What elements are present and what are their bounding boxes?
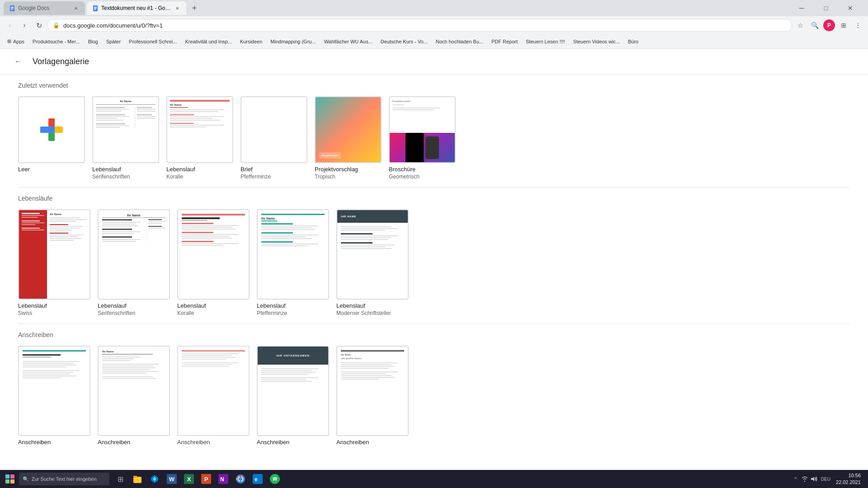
template-item-cv-swiss[interactable]: Ihr Name [18,209,90,316]
tab-textdokument[interactable]: Textdokument neu #1 - Google ... ✕ [87,1,186,15]
template-thumb-projektvorschlag: Projektname [315,96,382,163]
new-tab-button[interactable]: + [188,2,201,14]
forward-nav-button[interactable]: › [18,19,31,32]
template-thumb-cv-coral2 [177,209,250,300]
template-name-broschure: Broschüre [389,166,456,173]
template-item-lebenslauf-coral[interactable]: Ihr Name [166,96,233,180]
bookmark-star-button[interactable]: ☆ [794,19,807,32]
taskbar-app-spotify[interactable] [267,471,283,472]
template-name-anschreiben-3: Anschreiben [177,439,250,446]
bookmark-apps[interactable]: ⊞ Apps [4,36,28,47]
section-title-zuletzt: Zuletzt verwendet [18,82,850,89]
cv-serif2-content: Ihr Name [99,210,169,299]
bookmark-steuern-lesen[interactable]: Steuern Lesen !!!! [522,36,569,47]
profile-button[interactable]: P [823,19,835,32]
template-subtitle-cv-coral2: Koralle [177,310,250,316]
taskbar-app-chrome[interactable] [232,471,249,472]
bookmark-pdf-report-label: PDF Report [491,39,518,44]
bookmark-buero[interactable]: Büro [624,36,642,47]
svg-rect-7 [94,9,96,10]
bookmark-spaeter[interactable]: Später [103,36,124,47]
bookmark-mindmapping[interactable]: Mindmapping (Gru... [267,36,319,47]
search-zoom-button[interactable]: 🔍 [808,19,821,32]
template-name-anschreiben-5: Anschreiben [336,439,409,446]
taskbar-app-onenote[interactable]: N [215,471,231,472]
template-item-anschreiben-5[interactable]: Ihr Brief, sehr geehrte Damen, [336,346,409,446]
template-item-cv-modern[interactable]: IHR NAME [336,209,409,316]
template-item-projektvorschlag[interactable]: Projektname Projektvorschlag Tropisch [315,96,382,180]
template-name-cv-coral2: Lebenslauf [177,302,250,309]
minimize-button[interactable]: ─ [791,1,812,15]
bookmark-mindmapping-label: Mindmapping (Gru... [270,39,316,44]
template-subtitle-cv-modern: Moderner Schriftsteller [336,310,409,316]
svg-rect-5 [94,7,97,8]
svg-rect-13 [40,127,48,133]
template-name-cv-modern: Lebenslauf [336,302,409,309]
bookmark-noch-hochladen[interactable]: Noch hochladen Bu... [432,36,487,47]
bookmark-wahlfaecher[interactable]: Wahlfächer WU Aus... [321,36,376,47]
template-item-cv-serif2[interactable]: Ihr Name [98,209,170,316]
bookmark-pdf-report[interactable]: PDF Report [488,36,521,47]
bookmark-kreativitaet[interactable]: Kreativität und Insp... [181,36,235,47]
cv-coral-content: Ihr Name [167,97,232,162]
bookmark-deutsche-kurs[interactable]: Deutsche Kurs - Vo... [377,36,431,47]
template-subtitle-cv-serif2: Serifenschriften [98,310,170,316]
taskbar-app-excel[interactable]: X [181,471,197,472]
taskbar-app-edge[interactable]: e [250,471,266,472]
apps-label: Apps [13,39,24,44]
bookmark-professionell[interactable]: Professionell Schrei... [125,36,180,47]
bookmark-wahlfaecher-label: Wahlfächer WU Aus... [324,39,373,44]
template-thumb-broschure: Produktbroschüre Produktbericht [389,96,456,163]
tab-google-docs[interactable]: Google Docs ✕ [4,1,85,15]
extensions-button[interactable]: ⊞ [837,19,850,32]
template-item-anschreiben-4[interactable]: IHR UNTERNEHMEN [257,346,329,446]
template-item-anschreiben-2[interactable]: Ihr Name [98,346,170,446]
template-item-broschure[interactable]: Produktbroschüre Produktbericht Brosc [389,96,456,180]
taskbar-right: ^ DEU 10:56 22.02.2021 [792,471,866,472]
template-thumb-lebenslauf-serif: Ihr Name [92,96,159,163]
menu-button[interactable]: ⋮ [852,19,864,32]
taskbar-clock[interactable]: 10:56 22.02.2021 [834,471,863,472]
cv-mint-content: Ihr Name [258,210,328,299]
section-zuletzt-verwendet: Zuletzt verwendet [0,75,868,187]
close-window-button[interactable]: ✕ [840,1,861,15]
template-grid-anschreiben: Anschreiben Ihr Name [18,346,850,446]
maximize-button[interactable]: □ [816,1,836,15]
tab2-close[interactable]: ✕ [174,5,181,12]
back-nav-button[interactable]: ‹ [4,19,16,32]
template-item-leer[interactable]: Leer [18,96,85,180]
bookmark-kursideen-label: Kursideen [240,39,263,44]
template-item-anschreiben-3[interactable]: Anschreiben [177,346,250,446]
template-subtitle-cv-swiss: Swiss [18,310,90,316]
svg-rect-14 [55,127,63,133]
nav-bar: ‹ › ↻ 🔒 docs.google.com/document/u/0/?ft… [0,16,868,34]
template-item-anschreiben-1[interactable]: Anschreiben [18,346,90,446]
taskbar-app-vscode[interactable] [146,471,163,472]
svg-rect-3 [11,9,13,10]
tab1-close[interactable]: ✕ [72,5,80,12]
bookmark-blog[interactable]: Blog [85,36,102,47]
nav-icons: ☆ 🔍 P ⊞ ⋮ [794,19,864,32]
taskbar-app-word[interactable]: W [164,471,180,472]
bookmark-blog-label: Blog [88,39,98,44]
address-bar[interactable]: 🔒 docs.google.com/document/u/0/?ftv=1 [47,19,792,32]
bookmark-steuern-videos[interactable]: Steuern Videos wic... [570,36,623,47]
back-to-home-button[interactable]: ← [11,54,25,69]
apps-icon: ⊞ [7,38,11,44]
taskbar-app-powerpoint[interactable]: P [198,471,214,472]
tab2-title: Textdokument neu #1 - Google ... [101,5,171,11]
template-item-brief[interactable]: Brief Pfefferminze [241,96,307,180]
bookmark-produktsuche[interactable]: Produktsuche - Mer... [29,36,84,47]
template-item-lebenslauf-serif[interactable]: Ihr Name [92,96,159,180]
start-button[interactable] [2,471,18,472]
reload-button[interactable]: ↻ [33,19,45,32]
section-anschreiben: Anschreiben [0,324,868,454]
template-item-cv-coral2[interactable]: Lebenslauf Koralle [177,209,250,316]
taskbar-app-files[interactable] [129,471,146,472]
bookmark-kursideen[interactable]: Kursideen [236,36,266,47]
svg-rect-11 [48,118,55,127]
template-name-leer: Leer [18,166,85,173]
tab2-favicon [92,5,99,11]
template-item-cv-mint[interactable]: Ihr Name [257,209,329,316]
taskbar-app-taskview[interactable]: ⊞ [112,471,128,472]
